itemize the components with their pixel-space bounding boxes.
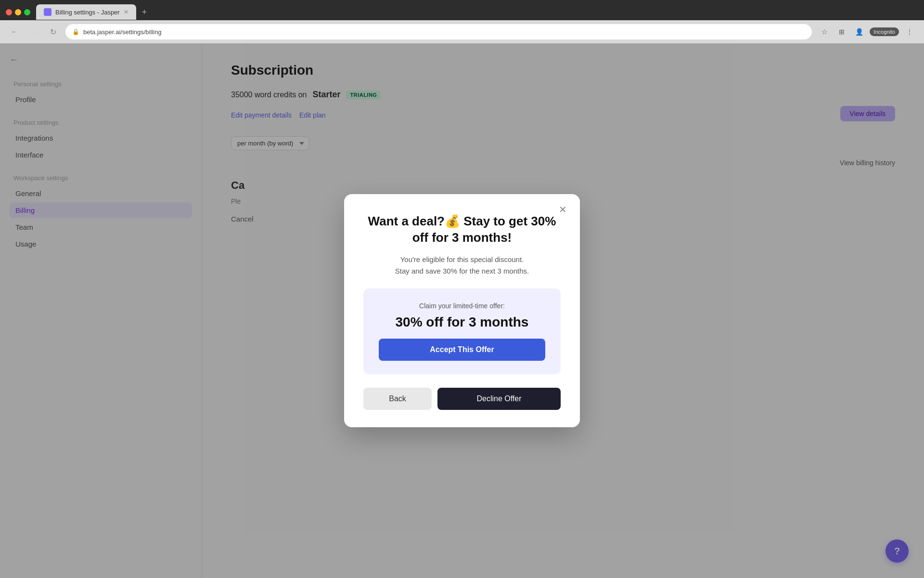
refresh-button[interactable]: ↻ (46, 25, 60, 39)
modal-subtext-line2: Stay and save 30% for the next 3 months. (395, 267, 529, 275)
new-tab-button[interactable]: + (138, 5, 151, 19)
incognito-badge: Incognito (870, 27, 899, 36)
offer-card-amount: 30% off for 3 months (379, 315, 545, 330)
tab-favicon-icon (44, 8, 51, 16)
browser-tab-bar: Billing settings - Jasper ✕ + (0, 0, 924, 20)
accept-offer-button[interactable]: Accept This Offer (379, 339, 545, 361)
minimize-window-button[interactable] (15, 9, 21, 15)
discount-modal: ✕ Want a deal?💰 Stay to get 30% off for … (344, 194, 580, 427)
traffic-lights (6, 9, 30, 15)
bookmark-icon[interactable]: ☆ (818, 25, 831, 39)
browser-toolbar: ← → ↻ 🔒 beta.jasper.ai/settings/billing … (0, 20, 924, 43)
tab-close-icon[interactable]: ✕ (124, 9, 128, 15)
active-tab[interactable]: Billing settings - Jasper ✕ (36, 4, 136, 20)
close-window-button[interactable] (6, 9, 12, 15)
profile-icon[interactable]: 👤 (852, 25, 866, 39)
close-icon: ✕ (559, 204, 567, 215)
forward-navigation-button[interactable]: → (27, 25, 40, 39)
modal-headline: Want a deal?💰 Stay to get 30% off for 3 … (363, 213, 561, 246)
modal-overlay: ✕ Want a deal?💰 Stay to get 30% off for … (0, 43, 924, 578)
decline-offer-button[interactable]: Decline Offer (437, 388, 561, 410)
offer-card-label: Claim your limited-time offer: (379, 302, 545, 310)
menu-icon[interactable]: ⋮ (903, 25, 916, 39)
offer-card: Claim your limited-time offer: 30% off f… (363, 289, 561, 374)
modal-close-button[interactable]: ✕ (555, 202, 570, 217)
modal-subtext-line1: You're eligible for this special discoun… (400, 255, 524, 263)
url-text: beta.jasper.ai/settings/billing (83, 28, 162, 36)
modal-footer: Back Decline Offer (363, 388, 561, 410)
address-bar[interactable]: 🔒 beta.jasper.ai/settings/billing (65, 24, 812, 39)
back-navigation-button[interactable]: ← (8, 25, 21, 39)
back-button[interactable]: Back (363, 388, 432, 410)
tab-title: Billing settings - Jasper (55, 9, 120, 16)
toolbar-actions: ☆ ⊞ 👤 Incognito ⋮ (818, 25, 916, 39)
maximize-window-button[interactable] (24, 9, 30, 15)
ssl-lock-icon: 🔒 (72, 28, 79, 35)
modal-subtext: You're eligible for this special discoun… (363, 254, 561, 277)
browser-chrome: Billing settings - Jasper ✕ + ← → ↻ 🔒 be… (0, 0, 924, 43)
extensions-icon[interactable]: ⊞ (835, 25, 848, 39)
